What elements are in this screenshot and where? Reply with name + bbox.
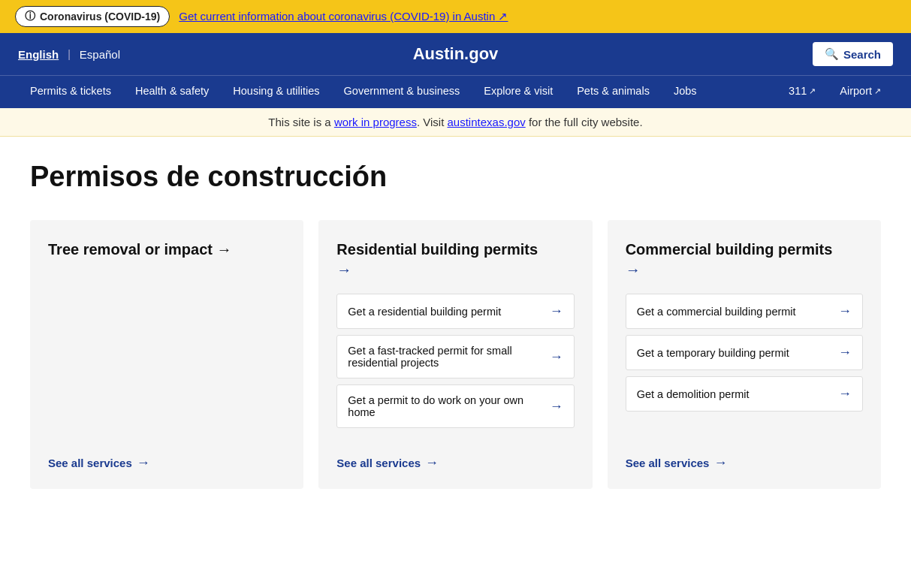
- covid-badge-text: Coronavirus (COVID-19): [40, 11, 160, 23]
- residential-link-2[interactable]: Get a fast-tracked permit for small resi…: [336, 335, 574, 378]
- main-content: Permisos de construcción Tree removal or…: [0, 137, 911, 534]
- site-logo[interactable]: Austin.gov: [413, 44, 499, 64]
- info-prefix: This site is a: [268, 116, 334, 128]
- residential-card-title: Residential building permits: [336, 241, 574, 258]
- english-lang-button[interactable]: English: [18, 45, 59, 64]
- nav-government-business[interactable]: Government & business: [332, 76, 472, 108]
- info-banner: This site is a work in progress. Visit a…: [0, 108, 911, 137]
- see-all-arrow-icon: →: [425, 455, 439, 471]
- search-button[interactable]: 🔍 Search: [813, 42, 893, 66]
- tree-see-all-link[interactable]: See all services →: [48, 455, 150, 471]
- residential-link-1[interactable]: Get a residential building permit →: [336, 294, 574, 329]
- page-title: Permisos de construcción: [30, 161, 881, 193]
- search-icon: 🔍: [825, 47, 839, 61]
- commercial-card-title: Commercial building permits: [626, 241, 863, 258]
- nav-explore-visit[interactable]: Explore & visit: [472, 76, 565, 108]
- nav-pets-animals[interactable]: Pets & animals: [565, 76, 662, 108]
- residential-link-3[interactable]: Get a permit to do work on your own home…: [336, 384, 574, 428]
- commercial-see-all-link[interactable]: See all services →: [626, 455, 728, 471]
- nav-airport[interactable]: Airport ↗: [828, 76, 893, 108]
- link-arrow-icon: →: [550, 303, 563, 319]
- commercial-arrow: →: [626, 261, 863, 279]
- tree-card: Tree removal or impact → See all service…: [30, 220, 303, 489]
- espanol-lang-button[interactable]: Español: [80, 45, 120, 64]
- main-nav: Permits & tickets Health & safety Housin…: [0, 75, 911, 108]
- tree-card-footer: See all services →: [48, 443, 285, 471]
- commercial-card: Commercial building permits → Get a comm…: [608, 220, 881, 489]
- residential-see-all-link[interactable]: See all services →: [336, 455, 439, 471]
- info-middle: . Visit: [417, 116, 448, 128]
- lang-divider: |: [68, 48, 71, 60]
- austintexas-link[interactable]: austintexas.gov: [448, 116, 526, 128]
- commercial-link-1[interactable]: Get a commercial building permit →: [626, 294, 863, 329]
- nav-permits-tickets[interactable]: Permits & tickets: [18, 76, 123, 108]
- external-link-icon: ↗: [809, 86, 816, 96]
- nav-health-safety[interactable]: Health & safety: [123, 76, 221, 108]
- covid-link[interactable]: Get current information about coronaviru…: [179, 10, 508, 23]
- see-all-arrow-icon: →: [137, 455, 150, 471]
- residential-card-footer: See all services →: [336, 443, 574, 471]
- residential-card: Residential building permits → Get a res…: [318, 220, 592, 489]
- language-switcher: English | Español: [18, 45, 120, 64]
- commercial-link-3[interactable]: Get a demolition permit →: [626, 376, 863, 412]
- header: English | Español Austin.gov 🔍 Search: [0, 33, 911, 75]
- link-arrow-icon: →: [838, 386, 852, 402]
- tree-card-title-link[interactable]: Tree removal or impact →: [48, 241, 285, 258]
- tree-card-title: Tree removal or impact →: [48, 241, 232, 258]
- commercial-card-footer: See all services →: [626, 443, 863, 471]
- link-arrow-icon: →: [838, 303, 852, 319]
- work-in-progress-link[interactable]: work in progress: [334, 116, 417, 128]
- link-arrow-icon: →: [550, 349, 563, 365]
- nav-311[interactable]: 311 ↗: [777, 76, 828, 108]
- nav-jobs[interactable]: Jobs: [662, 76, 709, 108]
- nav-housing-utilities[interactable]: Housing & utilities: [221, 76, 331, 108]
- link-arrow-icon: →: [550, 399, 563, 415]
- residential-arrow: →: [336, 261, 574, 279]
- external-link-icon-2: ↗: [874, 86, 881, 96]
- cards-grid: Tree removal or impact → See all service…: [30, 220, 881, 489]
- covid-banner: ⓘ Coronavirus (COVID-19) Get current inf…: [0, 0, 911, 33]
- residential-links: Get a residential building permit → Get …: [336, 294, 574, 428]
- see-all-arrow-icon: →: [713, 455, 727, 471]
- link-arrow-icon: →: [838, 345, 852, 360]
- info-suffix: for the full city website.: [526, 116, 643, 128]
- commercial-link-2[interactable]: Get a temporary building permit →: [626, 335, 863, 370]
- info-icon: ⓘ: [25, 10, 35, 23]
- commercial-links: Get a commercial building permit → Get a…: [626, 294, 863, 428]
- covid-badge: ⓘ Coronavirus (COVID-19): [15, 6, 170, 27]
